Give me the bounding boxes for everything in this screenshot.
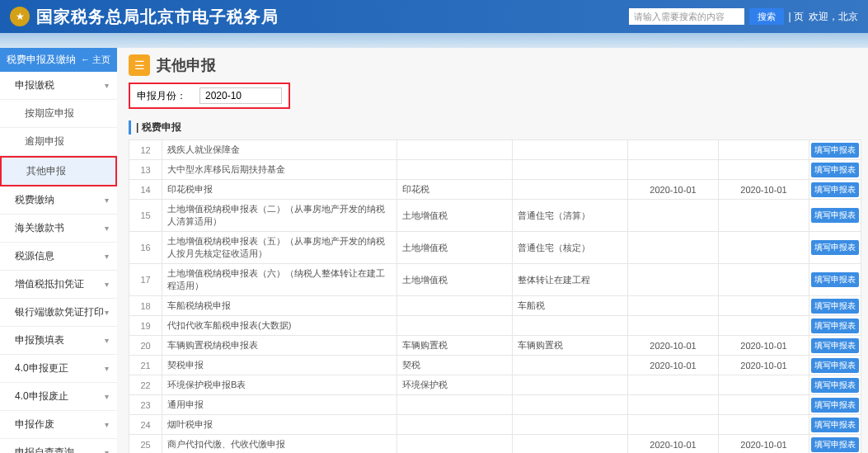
fill-declaration-button[interactable]: 填写申报表 [811, 437, 859, 452]
fill-declaration-button[interactable]: 填写申报表 [811, 240, 859, 255]
chevron-down-icon: ▾ [105, 196, 109, 205]
row-name: 残疾人就业保障金 [162, 140, 397, 160]
row-date-start [628, 375, 719, 395]
sidebar-item[interactable]: 4.0申报更正▾ [0, 355, 117, 383]
row-date-end: 2020-10-01 [719, 180, 809, 200]
table-row: 18车船税纳税申报车船税填写申报表 [129, 296, 861, 316]
row-date-end [719, 264, 809, 296]
sidebar-item[interactable]: 申报缴税▾ [0, 72, 117, 100]
row-date-end [719, 200, 809, 232]
row-date-end [719, 415, 809, 435]
row-action-cell: 填写申报表 [809, 160, 861, 180]
sidebar-item-label: 4.0申报更正 [15, 361, 68, 375]
sidebar-item[interactable]: 银行端缴款凭证打印▾ [0, 299, 117, 327]
table-row: 15土地增值税纳税申报表（二）（从事房地产开发的纳税人清算适用）土地增值税普通住… [129, 200, 861, 232]
fill-declaration-button[interactable]: 填写申报表 [811, 338, 859, 353]
row-sub-type: 整体转让在建工程 [513, 264, 628, 296]
sidebar-item-label: 其他申报 [26, 164, 66, 178]
page-title-icon: ☰ [129, 54, 150, 76]
sidebar-item[interactable]: 海关缴款书▾ [0, 215, 117, 243]
row-name: 印花税申报 [162, 180, 397, 200]
row-tax-type: 环境保护税 [397, 375, 513, 395]
row-tax-type: 车辆购置税 [397, 336, 513, 356]
row-date-end: 2020-10-01 [719, 336, 809, 356]
fill-declaration-button[interactable]: 填写申报表 [811, 358, 859, 373]
sidebar-item-label: 申报自查查询 [15, 446, 74, 453]
table-row: 25商户代扣代缴、代收代缴申报2020-10-012020-10-01填写申报表 [129, 435, 861, 454]
search-button[interactable]: 搜索 [749, 8, 784, 25]
sidebar-item[interactable]: 申报作废▾ [0, 411, 117, 439]
fill-declaration-button[interactable]: 填写申报表 [811, 319, 859, 333]
fill-declaration-button[interactable]: 填写申报表 [811, 208, 859, 223]
sidebar-item[interactable]: 申报预填表▾ [0, 327, 117, 355]
fill-declaration-button[interactable]: 填写申报表 [811, 418, 859, 432]
table-row: 21契税申报契税2020-10-012020-10-01填写申报表 [129, 356, 861, 375]
row-name: 代扣代收车船税申报表(大数据) [162, 316, 397, 336]
chevron-down-icon: ▾ [105, 81, 109, 90]
row-action-cell: 填写申报表 [809, 415, 861, 435]
row-index: 24 [129, 415, 162, 435]
sidebar-item[interactable]: 4.0申报废止▾ [0, 383, 117, 411]
sidebar-return[interactable]: ← 主页 [81, 54, 110, 66]
table-row: 14印花税申报印花税2020-10-012020-10-01填写申报表 [129, 180, 861, 200]
sidebar-item-label: 税费缴纳 [15, 193, 54, 207]
search-input[interactable]: 请输入需要搜索的内容 [629, 8, 744, 25]
row-index: 19 [129, 316, 162, 336]
row-action-cell: 填写申报表 [809, 296, 861, 316]
fill-declaration-button[interactable]: 填写申报表 [811, 272, 859, 287]
row-tax-type: 土地增值税 [397, 200, 513, 232]
row-name: 环境保护税申报B表 [162, 375, 397, 395]
row-name: 烟叶税申报 [162, 415, 397, 435]
row-sub-type [513, 415, 628, 435]
period-label: 申报月份： [137, 89, 186, 103]
chevron-down-icon: ▾ [105, 420, 109, 429]
sidebar-item[interactable]: 申报自查查询▾ [0, 439, 117, 453]
row-tax-type [397, 415, 513, 435]
chevron-down-icon: ▾ [105, 280, 109, 289]
declaration-table: 12残疾人就业保障金填写申报表13大中型水库移民后期扶持基金填写申报表14印花税… [129, 139, 861, 453]
sidebar-item-label: 银行端缴款凭证打印 [15, 305, 104, 319]
chevron-down-icon: ▾ [105, 252, 109, 261]
fill-declaration-button[interactable]: 填写申报表 [811, 398, 859, 413]
header-link-home[interactable]: | 页 [789, 10, 804, 24]
sidebar-item[interactable]: 按期应申报 [0, 100, 117, 128]
table-row: 13大中型水库移民后期扶持基金填写申报表 [129, 160, 861, 180]
fill-declaration-button[interactable]: 填写申报表 [811, 143, 859, 158]
period-input[interactable] [199, 87, 282, 104]
row-sub-type: 普通住宅（核定） [513, 232, 628, 264]
sidebar-item[interactable]: 增值税抵扣凭证▾ [0, 271, 117, 299]
row-date-end [719, 316, 809, 336]
fill-declaration-button[interactable]: 填写申报表 [811, 378, 859, 393]
row-date-start [628, 140, 719, 160]
fill-declaration-button[interactable]: 填写申报表 [811, 163, 859, 177]
sidebar-item[interactable]: 税费缴纳▾ [0, 186, 117, 215]
row-tax-type [397, 160, 513, 180]
fill-declaration-button[interactable]: 填写申报表 [811, 182, 859, 197]
banner [0, 33, 868, 48]
row-index: 15 [129, 200, 162, 232]
row-tax-type [397, 395, 513, 415]
row-name: 土地增值税纳税申报表（二）（从事房地产开发的纳税人清算适用） [162, 200, 397, 232]
row-name: 契税申报 [162, 356, 397, 375]
sidebar-item[interactable]: 逾期申报 [0, 128, 117, 156]
chevron-down-icon: ▾ [105, 364, 109, 373]
row-sub-type [513, 395, 628, 415]
row-sub-type [513, 140, 628, 160]
row-sub-type [513, 180, 628, 200]
fill-declaration-button[interactable]: 填写申报表 [811, 299, 859, 314]
row-index: 12 [129, 140, 162, 160]
sidebar-title: 税费申报及缴纳 [7, 53, 76, 67]
row-action-cell: 填写申报表 [809, 375, 861, 395]
table-row: 20车辆购置税纳税申报表车辆购置税车辆购置税2020-10-012020-10-… [129, 336, 861, 356]
row-date-end [719, 140, 809, 160]
page-title-bar: ☰ 其他申报 [129, 54, 861, 76]
row-action-cell: 填写申报表 [809, 180, 861, 200]
sidebar-item[interactable]: 其他申报 [0, 156, 117, 186]
sidebar-item[interactable]: 税源信息▾ [0, 243, 117, 271]
sidebar-item-label: 税源信息 [15, 249, 54, 263]
sidebar-item-label: 申报缴税 [15, 78, 54, 92]
row-sub-type: 车辆购置税 [513, 336, 628, 356]
row-sub-type [513, 160, 628, 180]
row-tax-type [397, 296, 513, 316]
row-index: 20 [129, 336, 162, 356]
